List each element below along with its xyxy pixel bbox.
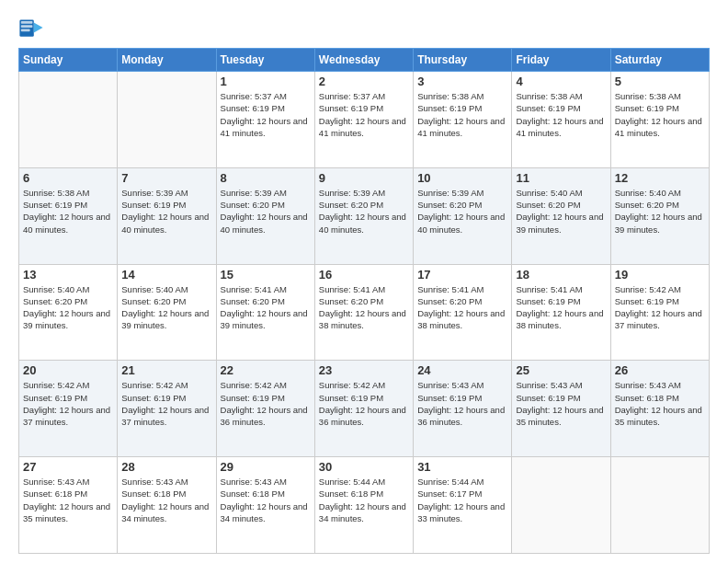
svg-rect-3 [21,25,33,28]
day-number: 13 [23,268,113,282]
day-number: 2 [319,75,409,88]
day-number: 5 [615,75,705,88]
day-number: 19 [615,268,705,282]
day-info: Sunrise: 5:38 AM Sunset: 6:19 PM Dayligh… [417,90,507,139]
calendar-cell: 8Sunrise: 5:39 AM Sunset: 6:20 PM Daylig… [216,167,314,264]
calendar-cell: 30Sunrise: 5:44 AM Sunset: 6:18 PM Dayli… [314,457,413,554]
day-info: Sunrise: 5:43 AM Sunset: 6:18 PM Dayligh… [121,476,211,524]
calendar-cell: 3Sunrise: 5:38 AM Sunset: 6:19 PM Daylig… [414,72,512,168]
day-info: Sunrise: 5:43 AM Sunset: 6:19 PM Dayligh… [516,379,606,428]
day-info: Sunrise: 5:41 AM Sunset: 6:19 PM Dayligh… [516,283,606,332]
day-number: 1 [221,75,311,88]
calendar-cell: 24Sunrise: 5:43 AM Sunset: 6:19 PM Dayli… [414,361,512,457]
col-header-tuesday: Tuesday [216,49,314,72]
day-number: 7 [121,171,211,185]
day-info: Sunrise: 5:38 AM Sunset: 6:19 PM Dayligh… [615,90,705,139]
calendar-cell: 29Sunrise: 5:43 AM Sunset: 6:18 PM Dayli… [216,457,314,554]
day-info: Sunrise: 5:43 AM Sunset: 6:18 PM Dayligh… [221,476,311,524]
svg-marker-1 [34,22,43,32]
logo [18,15,46,40]
calendar-cell: 5Sunrise: 5:38 AM Sunset: 6:19 PM Daylig… [610,72,709,168]
calendar-week-row: 1Sunrise: 5:37 AM Sunset: 6:19 PM Daylig… [19,72,710,168]
day-info: Sunrise: 5:42 AM Sunset: 6:19 PM Dayligh… [615,283,705,332]
calendar-week-row: 13Sunrise: 5:40 AM Sunset: 6:20 PM Dayli… [19,264,710,361]
calendar-cell [19,72,118,168]
day-number: 22 [221,363,311,377]
day-number: 26 [615,363,705,377]
day-number: 4 [516,75,606,88]
calendar-cell: 27Sunrise: 5:43 AM Sunset: 6:18 PM Dayli… [19,457,118,554]
day-info: Sunrise: 5:39 AM Sunset: 6:20 PM Dayligh… [319,187,409,236]
day-number: 3 [417,75,507,88]
calendar-header-row: SundayMondayTuesdayWednesdayThursdayFrid… [19,49,710,72]
day-info: Sunrise: 5:42 AM Sunset: 6:19 PM Dayligh… [121,379,211,428]
day-number: 24 [417,363,507,377]
calendar-cell: 23Sunrise: 5:42 AM Sunset: 6:19 PM Dayli… [314,361,413,457]
day-number: 25 [516,363,606,377]
calendar-cell: 18Sunrise: 5:41 AM Sunset: 6:19 PM Dayli… [512,264,610,361]
day-info: Sunrise: 5:41 AM Sunset: 6:20 PM Dayligh… [319,283,409,332]
calendar-cell: 2Sunrise: 5:37 AM Sunset: 6:19 PM Daylig… [314,72,413,168]
calendar-cell: 25Sunrise: 5:43 AM Sunset: 6:19 PM Dayli… [512,361,610,457]
col-header-friday: Friday [512,49,610,72]
day-info: Sunrise: 5:44 AM Sunset: 6:17 PM Dayligh… [417,476,507,524]
day-info: Sunrise: 5:38 AM Sunset: 6:19 PM Dayligh… [516,90,606,139]
day-info: Sunrise: 5:43 AM Sunset: 6:18 PM Dayligh… [23,476,113,524]
day-number: 9 [319,171,409,185]
day-number: 21 [121,363,211,377]
calendar-cell: 9Sunrise: 5:39 AM Sunset: 6:20 PM Daylig… [314,167,413,264]
day-info: Sunrise: 5:37 AM Sunset: 6:19 PM Dayligh… [221,90,311,139]
calendar-cell: 26Sunrise: 5:43 AM Sunset: 6:18 PM Dayli… [610,361,709,457]
calendar-table: SundayMondayTuesdayWednesdayThursdayFrid… [18,48,710,554]
day-info: Sunrise: 5:44 AM Sunset: 6:18 PM Dayligh… [319,476,409,524]
day-number: 8 [221,171,311,185]
day-info: Sunrise: 5:43 AM Sunset: 6:19 PM Dayligh… [417,379,507,428]
col-header-monday: Monday [118,49,216,72]
day-info: Sunrise: 5:40 AM Sunset: 6:20 PM Dayligh… [615,187,705,236]
day-info: Sunrise: 5:42 AM Sunset: 6:19 PM Dayligh… [23,379,113,428]
calendar-cell [610,457,709,554]
col-header-sunday: Sunday [19,49,118,72]
calendar-cell: 15Sunrise: 5:41 AM Sunset: 6:20 PM Dayli… [216,264,314,361]
day-number: 17 [417,268,507,282]
calendar-cell: 4Sunrise: 5:38 AM Sunset: 6:19 PM Daylig… [512,72,610,168]
day-number: 15 [221,268,311,282]
day-number: 20 [23,363,113,377]
day-info: Sunrise: 5:40 AM Sunset: 6:20 PM Dayligh… [516,187,606,236]
calendar-cell: 14Sunrise: 5:40 AM Sunset: 6:20 PM Dayli… [118,264,216,361]
calendar-cell: 13Sunrise: 5:40 AM Sunset: 6:20 PM Dayli… [19,264,118,361]
col-header-thursday: Thursday [414,49,512,72]
day-number: 31 [417,460,507,474]
day-info: Sunrise: 5:39 AM Sunset: 6:20 PM Dayligh… [221,187,311,236]
calendar-cell: 28Sunrise: 5:43 AM Sunset: 6:18 PM Dayli… [118,457,216,554]
day-number: 18 [516,268,606,282]
calendar-cell [118,72,216,168]
col-header-wednesday: Wednesday [314,49,413,72]
day-info: Sunrise: 5:39 AM Sunset: 6:19 PM Dayligh… [121,187,211,236]
day-number: 10 [417,171,507,185]
day-info: Sunrise: 5:38 AM Sunset: 6:19 PM Dayligh… [23,187,113,236]
day-number: 23 [319,363,409,377]
calendar-cell: 12Sunrise: 5:40 AM Sunset: 6:20 PM Dayli… [610,167,709,264]
day-number: 16 [319,268,409,282]
calendar-cell: 1Sunrise: 5:37 AM Sunset: 6:19 PM Daylig… [216,72,314,168]
calendar-cell: 6Sunrise: 5:38 AM Sunset: 6:19 PM Daylig… [19,167,118,264]
day-number: 12 [615,171,705,185]
day-number: 11 [516,171,606,185]
day-info: Sunrise: 5:40 AM Sunset: 6:20 PM Dayligh… [23,283,113,332]
calendar-cell: 31Sunrise: 5:44 AM Sunset: 6:17 PM Dayli… [414,457,512,554]
svg-rect-4 [21,29,30,31]
svg-rect-2 [21,21,33,24]
day-info: Sunrise: 5:39 AM Sunset: 6:20 PM Dayligh… [417,187,507,236]
page: SundayMondayTuesdayWednesdayThursdayFrid… [0,0,728,563]
calendar-cell: 19Sunrise: 5:42 AM Sunset: 6:19 PM Dayli… [610,264,709,361]
day-number: 6 [23,171,113,185]
day-info: Sunrise: 5:43 AM Sunset: 6:18 PM Dayligh… [615,379,705,428]
calendar-week-row: 27Sunrise: 5:43 AM Sunset: 6:18 PM Dayli… [19,457,710,554]
day-number: 27 [23,460,113,474]
day-info: Sunrise: 5:40 AM Sunset: 6:20 PM Dayligh… [121,283,211,332]
calendar-cell: 11Sunrise: 5:40 AM Sunset: 6:20 PM Dayli… [512,167,610,264]
calendar-cell: 17Sunrise: 5:41 AM Sunset: 6:20 PM Dayli… [414,264,512,361]
day-info: Sunrise: 5:41 AM Sunset: 6:20 PM Dayligh… [417,283,507,332]
calendar-week-row: 20Sunrise: 5:42 AM Sunset: 6:19 PM Dayli… [19,361,710,457]
